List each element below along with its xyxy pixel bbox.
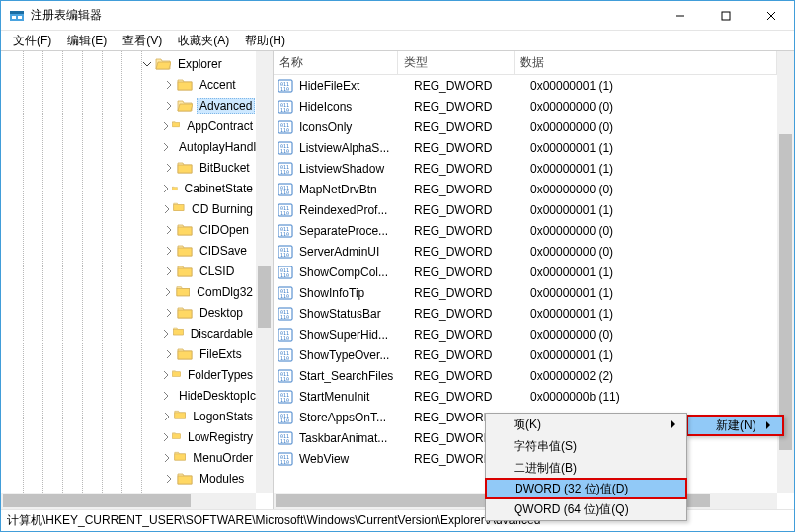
chevron-right-icon[interactable] (161, 182, 170, 195)
list-row[interactable]: 011110Start_SearchFilesREG_DWORD0x000000… (274, 365, 777, 386)
tree-item[interactable]: AppContract (1, 115, 256, 136)
tree-item[interactable]: LogonStats (1, 406, 256, 426)
chevron-right-icon[interactable] (161, 472, 175, 486)
minimize-button[interactable] (658, 1, 703, 30)
context-item-label: QWORD (64 位)值(Q) (514, 501, 629, 518)
chevron-right-icon[interactable] (161, 410, 172, 423)
tree-vertical-scrollbar[interactable] (256, 51, 273, 493)
tree-item[interactable]: CIDSave (1, 240, 256, 261)
chevron-right-icon[interactable] (161, 389, 170, 403)
close-button[interactable] (749, 1, 794, 30)
column-header-name[interactable]: 名称 (274, 51, 398, 74)
list-row[interactable]: 011110ListviewShadowREG_DWORD0x00000001 … (274, 158, 777, 179)
chevron-right-icon[interactable] (161, 78, 175, 92)
dword-icon: 011110 (278, 223, 293, 239)
tree-item[interactable]: CD Burning (1, 198, 256, 219)
chevron-right-icon[interactable] (161, 119, 170, 133)
context-item-new[interactable]: 新建(N) (686, 415, 784, 436)
tree-item[interactable]: Modules (1, 468, 256, 489)
list-row[interactable]: 011110IconsOnlyREG_DWORD0x00000000 (0) (274, 116, 777, 137)
tree-item[interactable]: Accent (1, 74, 256, 95)
list-row[interactable]: 011110ShowCompCol...REG_DWORD0x00000001 … (274, 262, 777, 282)
tree-item[interactable]: Discardable (1, 323, 256, 343)
value-type: REG_DWORD (414, 183, 530, 196)
dword-icon: 011110 (278, 244, 293, 260)
list-row[interactable]: 011110ServerAdminUIREG_DWORD0x00000000 (… (274, 241, 777, 262)
svg-text:110: 110 (280, 107, 289, 113)
tree-item[interactable]: ComDlg32 (1, 281, 256, 302)
tree-panel: ExplorerAccentAdvancedAppContractAutopla… (1, 51, 274, 509)
column-header-type[interactable]: 类型 (398, 51, 515, 74)
tree-item[interactable]: FileExts (1, 343, 256, 364)
context-item[interactable]: 字符串值(S) (486, 435, 686, 457)
chevron-right-icon[interactable] (161, 265, 175, 278)
value-data: 0x00000001 (1) (530, 286, 777, 300)
chevron-right-icon[interactable] (161, 306, 175, 320)
list-row[interactable]: 011110HideFileExtREG_DWORD0x00000001 (1) (274, 75, 777, 96)
menu-edit[interactable]: 编辑(E) (61, 31, 113, 51)
chevron-down-icon[interactable] (139, 57, 153, 71)
tree-item[interactable]: CLSID (1, 261, 256, 281)
tree-item[interactable]: Advanced (1, 95, 256, 115)
list-row[interactable]: 011110ShowTypeOver...REG_DWORD0x00000001… (274, 344, 777, 365)
menu-file[interactable]: 文件(F) (7, 31, 57, 51)
window-title: 注册表编辑器 (31, 7, 658, 24)
list-row[interactable]: 011110ListviewAlphaS...REG_DWORD0x000000… (274, 137, 777, 158)
value-data: 0x00000001 (1) (530, 203, 777, 217)
chevron-right-icon[interactable] (161, 223, 175, 237)
value-data: 0x00000000 (0) (530, 224, 777, 238)
folder-icon (173, 201, 185, 217)
tree-item[interactable]: LowRegistry (1, 426, 256, 447)
list-row[interactable]: 011110StartMenuInitREG_DWORD0x0000000b (… (274, 386, 777, 407)
menu-favorites[interactable]: 收藏夹(A) (172, 31, 235, 51)
chevron-right-icon[interactable] (161, 161, 175, 175)
tree-label: FolderTypes (185, 367, 256, 383)
chevron-right-icon[interactable] (161, 430, 170, 444)
menu-view[interactable]: 查看(V) (117, 31, 168, 51)
chevron-right-icon[interactable] (161, 285, 174, 299)
tree-item[interactable]: MenuOrder (1, 447, 256, 468)
chevron-right-icon[interactable] (161, 99, 175, 113)
tree-item[interactable]: Desktop (1, 302, 256, 323)
chevron-right-icon[interactable] (161, 368, 170, 382)
value-data: 0x00000001 (1) (530, 141, 777, 155)
chevron-right-icon[interactable] (161, 327, 171, 341)
menu-help[interactable]: 帮助(H) (239, 31, 291, 51)
tree-item[interactable]: CIDOpen (1, 219, 256, 240)
list-row[interactable]: 011110ReindexedProf...REG_DWORD0x0000000… (274, 199, 777, 220)
svg-text:110: 110 (280, 231, 289, 237)
tree-label: BitBucket (197, 160, 253, 176)
list-row[interactable]: 011110HideIconsREG_DWORD0x00000000 (0) (274, 96, 777, 116)
tree-label: Explorer (175, 56, 225, 72)
svg-text:110: 110 (280, 376, 289, 382)
value-data: 0x00000000 (0) (530, 100, 777, 114)
tree-item[interactable]: AutoplayHandlers (1, 136, 256, 157)
list-row[interactable]: 011110ShowStatusBarREG_DWORD0x00000001 (… (274, 303, 777, 324)
value-type: REG_DWORD (414, 100, 530, 114)
tree-item[interactable]: BitBucket (1, 157, 256, 178)
tree-horizontal-scrollbar[interactable] (1, 493, 256, 509)
list-row[interactable]: 011110SeparateProce...REG_DWORD0x0000000… (274, 220, 777, 241)
context-item[interactable]: 项(K) (486, 414, 686, 435)
context-item[interactable]: DWORD (32 位)值(D) (485, 478, 687, 499)
folder-icon (174, 450, 186, 466)
svg-text:110: 110 (280, 169, 289, 175)
chevron-right-icon[interactable] (161, 140, 170, 154)
context-item[interactable]: QWORD (64 位)值(Q) (486, 498, 686, 520)
tree-item-explorer[interactable]: Explorer (1, 53, 256, 74)
value-name: ShowTypeOver... (299, 348, 414, 362)
tree-item[interactable]: CabinetState (1, 178, 256, 198)
tree-item[interactable]: HideDesktopIcons (1, 385, 256, 406)
list-row[interactable]: 011110ShowSuperHid...REG_DWORD0x00000000… (274, 324, 777, 344)
context-item[interactable]: 二进制值(B) (486, 457, 686, 479)
tree-item[interactable]: FolderTypes (1, 364, 256, 385)
value-data: 0x00000000 (0) (530, 245, 777, 259)
maximize-button[interactable] (703, 1, 749, 30)
chevron-right-icon[interactable] (161, 347, 175, 361)
chevron-right-icon[interactable] (161, 244, 175, 258)
list-row[interactable]: 011110ShowInfoTipREG_DWORD0x00000001 (1) (274, 282, 777, 303)
list-row[interactable]: 011110MapNetDrvBtnREG_DWORD0x00000000 (0… (274, 179, 777, 199)
chevron-right-icon[interactable] (161, 451, 172, 465)
column-header-data[interactable]: 数据 (515, 51, 777, 74)
chevron-right-icon[interactable] (161, 202, 171, 216)
